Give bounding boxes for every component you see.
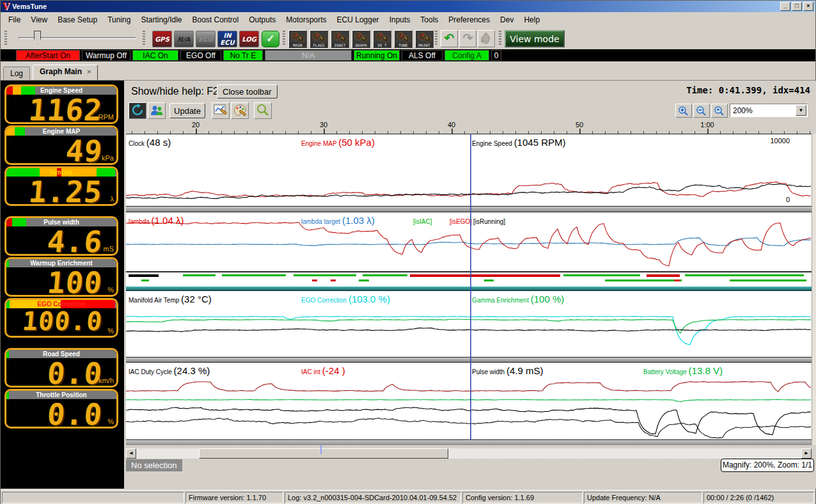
flags-page-button[interactable]: FLAGS — [310, 30, 328, 48]
graph-panel-iac-pulse[interactable]: IAC Duty Cycle (24.3 %)IAC int (-24 )Pul… — [126, 362, 812, 440]
tab-graph-main[interactable]: Graph Main× — [33, 65, 98, 80]
chevron-down-icon[interactable]: ▼ — [796, 105, 806, 116]
panel-separator[interactable] — [126, 440, 812, 445]
maximize-icon[interactable]: □ — [792, 2, 802, 11]
users-icon[interactable] — [148, 102, 166, 119]
menu-dev[interactable]: Dev — [495, 13, 519, 26]
status-strip: AfterStart OnWarmup OffIAC OnEGO OffNo T… — [1, 49, 815, 63]
menu-tuning[interactable]: Tuning — [102, 13, 136, 26]
flag-trace-segment — [605, 280, 682, 281]
refresh-icon[interactable] — [129, 102, 146, 119]
menu-motorsports[interactable]: Motorsports — [281, 13, 331, 26]
gauge-sidebar: Engine Speed1162RPMEngine MAP49kPalambda… — [1, 81, 124, 489]
horizontal-scrollbar[interactable]: ◄ ► — [126, 448, 812, 459]
signal-plot — [126, 291, 812, 358]
vertical-scrollbar[interactable] — [812, 134, 816, 445]
na-indicator[interactable]: N/A — [174, 31, 194, 47]
signal-label-engine-speed-: Engine Speed (1045 RPM) — [472, 137, 565, 148]
gauge-unit: mS — [104, 245, 114, 253]
signal-label--isiac-: [isIAC] — [413, 215, 432, 226]
status-warmup-off: Warmup Off — [82, 50, 130, 61]
toolbar-grip[interactable] — [499, 31, 501, 46]
palette-icon[interactable] — [231, 102, 249, 119]
flame-icon[interactable] — [478, 30, 495, 47]
zoom-in-icon[interactable] — [675, 104, 692, 118]
status-iac-on: IAC On — [132, 50, 178, 61]
ecu-indicator[interactable]: ECU — [196, 31, 216, 47]
zoom-level-select[interactable]: 200% ▼ — [730, 104, 808, 117]
gauge-warmup-enrichment: Warmup Enrichment100% — [4, 257, 118, 297]
main-page-button[interactable]: MAIN — [288, 30, 307, 48]
view-mode-button[interactable]: View mode — [505, 30, 565, 47]
toolbar-grip[interactable] — [435, 31, 437, 46]
log-indicator[interactable]: LOG — [239, 31, 259, 47]
flag-trace-segment — [484, 280, 494, 281]
scroll-left-icon[interactable]: ◄ — [126, 448, 136, 459]
menu-outputs[interactable]: Outputs — [244, 13, 281, 26]
graph-panel-temp-ego[interactable]: Manifold Air Temp (32 °C)EGO Correction … — [126, 290, 812, 358]
minimize-icon[interactable]: _ — [780, 2, 790, 11]
ignit-page-button[interactable]: IGNIT — [331, 30, 349, 48]
close-toolbar-button[interactable]: Close toolbar — [217, 84, 278, 98]
flag-trace-segment — [294, 274, 356, 276]
ve-t-page-button[interactable]: VE T — [373, 30, 391, 48]
signal-label-lambda-target-: lambda target (1.03 λ) — [301, 215, 375, 226]
zoom-out-icon[interactable] — [693, 104, 710, 118]
scroll-right-icon[interactable]: ► — [801, 448, 812, 459]
statusbar-field-1: Firmware version: 1.1.70 — [185, 492, 283, 503]
update-button[interactable]: Update — [169, 103, 205, 118]
menu-tools[interactable]: Tools — [415, 13, 443, 26]
toolbar-grip[interactable] — [4, 31, 7, 46]
undo-icon[interactable]: ↶ — [441, 30, 458, 47]
zoom-reset-icon[interactable] — [711, 104, 728, 118]
in-ecu-indicator[interactable]: IN ECU — [217, 31, 237, 47]
menu-preferences[interactable]: Preferences — [443, 13, 495, 26]
menu-starting-idle[interactable]: Starting/Idle — [136, 13, 187, 26]
graph-toolbar: Update — [126, 102, 816, 121]
tune-page-button[interactable]: TUNE — [394, 30, 412, 48]
statusbar-field-0 — [2, 492, 184, 503]
timeline-tick-label: 40 — [448, 121, 455, 129]
toolbar-grip[interactable] — [283, 31, 285, 46]
graph-panel-flags[interactable] — [126, 272, 812, 287]
time-cursor[interactable] — [470, 134, 471, 440]
scrollbar-thumb[interactable] — [199, 448, 448, 459]
gauge-road-speed: Road Speed0.0km/h — [4, 348, 118, 388]
toolbar-grip[interactable] — [143, 31, 145, 46]
menu-ecu-logger[interactable]: ECU Logger — [332, 13, 384, 26]
redo-icon[interactable]: ↷ — [459, 30, 476, 47]
flag-trace-segment — [647, 274, 680, 277]
graph-area: Show/hide help: F2 Close toolbar Time: 0… — [126, 81, 816, 489]
chart-edit-icon[interactable] — [212, 102, 230, 119]
menu-boost-control[interactable]: Boost Control — [187, 13, 244, 26]
menu-help[interactable]: Help — [519, 13, 545, 26]
ok-icon[interactable]: ✓ — [262, 31, 279, 47]
menu-view[interactable]: View — [26, 13, 52, 26]
panel-separator[interactable] — [126, 207, 812, 212]
tab-close-icon[interactable]: × — [87, 68, 91, 75]
menu-inputs[interactable]: Inputs — [384, 13, 416, 26]
gps-indicator[interactable]: GPS — [152, 31, 172, 47]
tab-log[interactable]: Log — [3, 67, 30, 80]
gauge-value: 49 — [64, 134, 104, 165]
log-position-slider-thumb[interactable] — [34, 31, 41, 44]
signal-plot — [126, 134, 812, 207]
search-icon[interactable] — [254, 102, 272, 119]
gauge-unit: % — [107, 418, 114, 425]
gauge-unit: % — [107, 327, 114, 335]
graph-panel-clock-map-speed[interactable]: 10000 0 Clock (48 s)Engine MAP (50 kPa)E… — [126, 134, 812, 207]
gauge-throttle-position: Throttle Position0.0% — [4, 389, 118, 429]
menu-file[interactable]: File — [3, 13, 26, 26]
graph-panel-lambda[interactable]: lambda (1.04 λ)lambda target (1.03 λ)[is… — [126, 212, 812, 272]
signal-label-pulse-width-: Pulse width (4.9 mS) — [472, 365, 543, 377]
signal-label-gamma-enrichment-: Gamma Enrichment (100 %) — [472, 294, 564, 305]
panel-separator[interactable] — [126, 358, 812, 362]
flag-trace-segment — [363, 274, 407, 276]
timeline-ruler[interactable]: 203040501:00 — [126, 121, 812, 134]
flag-trace-segment — [312, 280, 317, 281]
menu-base-setup[interactable]: Base Setup — [52, 13, 102, 26]
maint-page-button[interactable]: MAINT — [415, 30, 434, 48]
graph-page-button[interactable]: GRAPH — [352, 30, 370, 48]
title-bar[interactable]: V VemsTune _ □ × — [1, 1, 815, 12]
close-icon[interactable]: × — [803, 2, 813, 11]
